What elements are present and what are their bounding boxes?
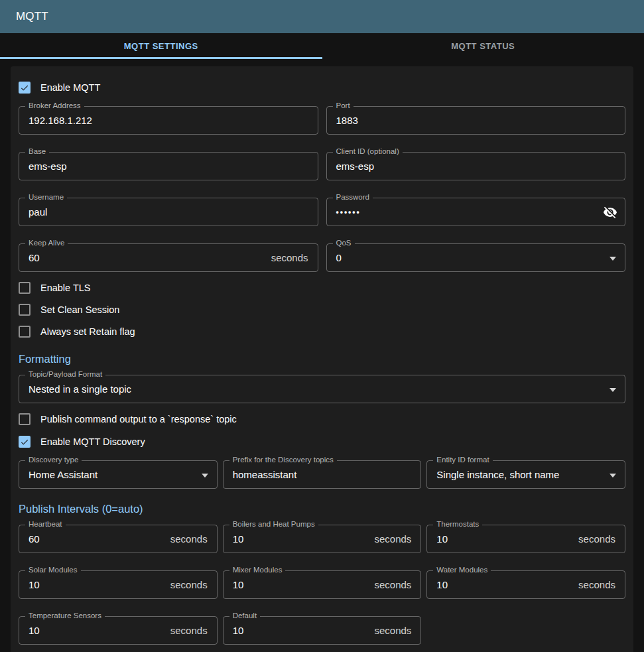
solar-interval-field[interactable]: Solar Modules 10 seconds [19,570,218,599]
solar-interval-label: Solar Modules [25,566,81,574]
solar-interval-unit: seconds [170,579,208,590]
formatting-heading: Formatting [19,353,625,365]
page-title: MQTT [16,10,48,23]
visibility-off-icon[interactable] [602,204,618,220]
discovery-prefix-label: Prefix for the Discovery topics [229,456,337,464]
tab-bar: MQTT SETTINGS MQTT STATUS [0,33,644,59]
client-id-label: Client ID (optional) [333,147,403,155]
arrow-drop-down-icon [610,387,616,391]
temperature-sensors-interval-unit: seconds [170,625,208,636]
arrow-drop-down-icon [202,473,208,477]
water-interval-label: Water Modules [433,566,491,574]
keep-alive-value: 60 [29,252,40,263]
heartbeat-field[interactable]: Heartbeat 60 seconds [19,525,218,553]
discovery-type-value: Home Assistant [29,469,97,480]
username-label: Username [25,193,67,201]
checkbox-checked-icon [19,82,31,94]
boilers-interval-value: 10 [233,533,244,545]
tab-mqtt-settings[interactable]: MQTT SETTINGS [0,33,322,59]
thermostats-interval-label: Thermostats [433,520,482,528]
mixer-interval-field[interactable]: Mixer Modules 10 seconds [223,570,422,599]
heartbeat-unit: seconds [170,533,208,545]
temperature-sensors-interval-field[interactable]: Temperature Sensors 10 seconds [19,616,218,645]
base-field[interactable]: Base ems-esp [19,152,318,180]
boilers-interval-unit: seconds [374,533,411,545]
topic-payload-format-value: Nested in a single topic [29,383,131,395]
discovery-type-label: Discovery type [25,456,82,464]
publish-response-label: Publish command output to a `response` t… [40,414,237,424]
checkbox-unchecked-icon [19,282,31,294]
checkbox-unchecked-icon [19,326,31,338]
qos-value: 0 [336,252,342,263]
keep-alive-unit: seconds [271,252,308,263]
port-label: Port [333,101,354,109]
entity-id-format-label: Entity ID format [433,456,492,464]
password-field[interactable]: Password •••••• [326,198,626,226]
entity-id-format-value: Single instance, short name [436,469,559,480]
temperature-sensors-interval-label: Temperature Sensors [25,612,105,619]
mixer-interval-label: Mixer Modules [229,566,286,574]
mixer-interval-value: 10 [233,579,244,590]
tab-mqtt-status[interactable]: MQTT STATUS [322,33,644,59]
enable-tls-checkbox[interactable]: Enable TLS [19,281,91,294]
always-set-retain-flag-checkbox[interactable]: Always set Retain flag [19,325,135,338]
broker-address-label: Broker Address [25,101,84,109]
default-interval-unit: seconds [374,625,411,636]
enable-tls-label: Enable TLS [40,283,91,293]
base-value: ems-esp [29,161,67,172]
set-clean-session-label: Set Clean Session [40,304,119,315]
qos-label: QoS [333,239,355,247]
client-id-field[interactable]: Client ID (optional) ems-esp [326,152,626,180]
broker-address-value: 192.168.1.212 [29,115,92,126]
keep-alive-label: Keep Alive [25,239,68,247]
default-interval-label: Default [229,612,260,619]
broker-address-field[interactable]: Broker Address 192.168.1.212 [19,106,318,135]
heartbeat-label: Heartbeat [25,520,66,528]
app-bar: MQTT [0,0,644,33]
topic-payload-format-select[interactable]: Topic/Payload Format Nested in a single … [19,375,625,403]
checkbox-checked-icon [19,436,31,448]
topic-payload-format-label: Topic/Payload Format [25,370,105,378]
client-id-value: ems-esp [336,161,375,172]
password-label: Password [333,193,373,201]
base-label: Base [25,147,49,155]
enable-mqtt-label: Enable MQTT [40,82,100,93]
always-set-retain-flag-label: Always set Retain flag [40,326,135,337]
publish-intervals-heading: Publish Intervals (0=auto) [19,503,625,515]
enable-mqtt-checkbox[interactable]: Enable MQTT [19,81,100,94]
water-interval-field[interactable]: Water Modules 10 seconds [426,570,625,599]
mixer-interval-unit: seconds [374,579,411,590]
username-field[interactable]: Username paul [19,198,318,226]
heartbeat-value: 60 [29,533,40,545]
username-value: paul [29,206,47,218]
discovery-prefix-value: homeassistant [233,469,297,480]
default-interval-value: 10 [233,625,244,636]
mqtt-settings-panel: Enable MQTT Broker Address 192.168.1.212… [11,66,633,652]
default-interval-field[interactable]: Default 10 seconds [223,616,422,645]
boilers-interval-field[interactable]: Boilers and Heat Pumps 10 seconds [223,525,422,553]
set-clean-session-checkbox[interactable]: Set Clean Session [19,303,119,316]
keep-alive-field[interactable]: Keep Alive 60 seconds [19,243,318,272]
enable-mqtt-discovery-label: Enable MQTT Discovery [40,436,145,447]
entity-id-format-select[interactable]: Entity ID format Single instance, short … [426,460,625,489]
tab-mqtt-status-label: MQTT STATUS [451,41,515,51]
discovery-type-select[interactable]: Discovery type Home Assistant [19,460,218,489]
port-field[interactable]: Port 1883 [326,106,626,135]
discovery-prefix-field[interactable]: Prefix for the Discovery topics homeassi… [223,460,422,489]
water-interval-unit: seconds [578,579,615,590]
water-interval-value: 10 [436,579,448,590]
port-value: 1883 [336,115,358,126]
temperature-sensors-interval-value: 10 [29,625,40,636]
qos-select[interactable]: QoS 0 [326,243,626,272]
solar-interval-value: 10 [29,579,40,590]
arrow-drop-down-icon [610,473,616,477]
checkbox-unchecked-icon [19,304,31,316]
publish-response-checkbox[interactable]: Publish command output to a `response` t… [19,413,237,426]
thermostats-interval-field[interactable]: Thermostats 10 seconds [426,525,625,553]
arrow-drop-down-icon [610,256,616,260]
enable-mqtt-discovery-checkbox[interactable]: Enable MQTT Discovery [19,435,145,448]
thermostats-interval-unit: seconds [578,533,615,545]
tab-mqtt-settings-label: MQTT SETTINGS [124,41,198,51]
boilers-interval-label: Boilers and Heat Pumps [229,520,318,528]
thermostats-interval-value: 10 [436,533,448,545]
